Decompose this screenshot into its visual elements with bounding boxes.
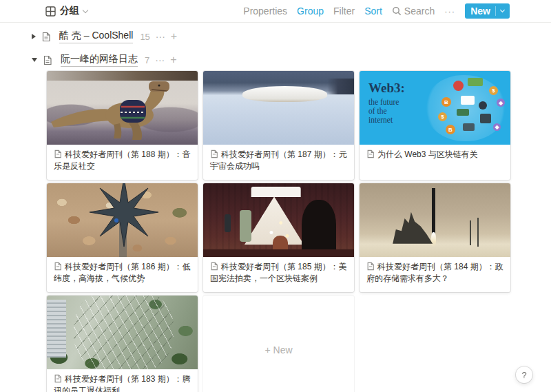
card-title-text: 科技爱好者周刊（第 183 期）：腾讯的员工退休福利 [54,374,191,392]
group-count: 15 [140,32,149,42]
globe-icon [479,101,487,110]
card-cover-image: Web3: the future of the internet $ ◆ B $… [360,71,510,145]
card-title: 科技爱好者周刊（第 186 期）：低纬度，高海拔，气候优势 [47,257,198,285]
card-title: 科技爱好者周刊（第 188 期）：音乐是反社交 [47,145,198,172]
group-header-ruanyifeng: 阮一峰的网络日志 7 ··· + [32,52,551,68]
card-title-text: 为什么 Web3 与区块链有关 [377,149,478,159]
canopy-shape [251,187,300,197]
group-title[interactable]: 阮一峰的网络日志 [61,53,138,67]
group-title[interactable]: 酷 壳 – CoolShell [59,30,133,43]
gallery-card-188[interactable]: 科技爱好者周刊（第 188 期）：音乐是反社交 [47,71,198,180]
gallery-card-web3[interactable]: Web3: the future of the internet $ ◆ B $… [360,71,510,180]
new-button-label[interactable]: New [470,6,490,17]
card-cover-image [47,183,198,257]
card-cover-image [47,71,198,145]
card-title-text: 科技爱好者周刊（第 184 期）：政府的存储需求有多大？ [366,262,503,283]
coin-icon: $ [489,86,498,95]
gallery-card-187[interactable]: 科技爱好者周刊（第 187 期）：元宇宙会成功吗 [203,71,354,180]
card-title-text: 科技爱好者周刊（第 185 期）：美国宪法拍卖，一个区块链案例 [210,262,347,283]
card-title: 科技爱好者周刊（第 185 期）：美国宪法拍卖，一个区块链案例 [203,257,354,285]
collapse-toggle-icon[interactable] [32,58,37,62]
page-icon [210,149,218,158]
new-page-card-label: + New [264,344,292,355]
coin2-icon: $ [438,112,447,121]
page-icon [54,149,62,158]
gallery-card-184[interactable]: 科技爱好者周刊（第 184 期）：政府的存储需求有多大？ [360,183,510,292]
rocket-exhaust [431,232,436,247]
lightning-tower [470,220,471,245]
card-title: 科技爱好者周刊（第 183 期）：腾讯的员工退休福利 [47,369,198,392]
person-sitting [273,236,288,251]
blockchain-icon [457,109,469,116]
gallery-view-icon [45,6,56,17]
new-page-card[interactable]: + New [203,296,354,392]
monitor-icon [463,123,475,131]
help-button[interactable]: ? [516,367,532,383]
sort-button[interactable]: Sort [364,6,382,17]
new-button[interactable]: New [465,3,510,19]
toolbar-actions: Properties Group Filter Sort Search ··· … [243,3,510,19]
group-count: 7 [145,55,149,65]
chevron-down-icon [83,7,88,12]
lightning-tower [477,218,479,247]
server-icon [480,114,491,123]
card-cover-image [203,183,354,257]
gallery-card-183[interactable]: 科技爱好者周刊（第 183 期）：腾讯的员工退休福利 [47,296,198,392]
new-dropdown-chevron-icon[interactable] [500,8,505,12]
group-more-button[interactable]: ··· [156,31,165,42]
plaza-floor [203,249,354,257]
gallery-card-185[interactable]: 科技爱好者周刊（第 185 期）：美国宪法拍卖，一个区块链案例 [203,183,354,292]
group-add-button[interactable]: + [170,54,176,65]
cloud-icon [461,96,475,105]
page-icon [210,262,218,271]
card-title-text: 科技爱好者周刊（第 187 期）：元宇宙会成功吗 [210,149,347,171]
view-title: 分组 [60,5,79,17]
more-options-button[interactable]: ··· [444,6,455,17]
properties-button[interactable]: Properties [243,6,287,17]
page-icon [366,262,375,271]
group-add-button[interactable]: + [171,31,177,42]
page-icon [43,55,52,65]
card-cover-image [47,296,198,369]
person-silhouette [225,214,231,232]
person-green-dress [240,210,251,242]
filter-button[interactable]: Filter [333,6,355,17]
ethereum-icon: ◆ [497,99,505,107]
card-title-text: 科技爱好者周刊（第 188 期）：音乐是反社交 [54,149,191,171]
page-icon [54,262,62,271]
rocket-shape [432,188,435,235]
web3-sub2: of the [368,107,405,116]
group-button[interactable]: Group [297,6,324,17]
bitcoin2-icon: B [446,125,455,134]
web3-sub1: the future [368,98,405,107]
view-tab-grouped[interactable]: 分组 [45,5,87,17]
group-more-button[interactable]: ··· [155,54,165,65]
page-icon [366,149,375,158]
expand-toggle-icon[interactable] [32,34,36,39]
page-icon [54,374,62,383]
bitcoin-icon: B [441,97,451,107]
gallery-card-186[interactable]: 科技爱好者周刊（第 186 期）：低纬度，高海拔，气候优势 [47,183,198,292]
person-dark-silhouette [302,200,336,255]
card-cover-image [360,183,510,257]
help-label: ? [521,370,526,380]
dinosaur-figure [47,71,198,145]
card-title: 为什么 Web3 与区块链有关 [360,145,510,161]
web3-cover-text: Web3: the future of the internet [368,81,405,125]
gallery-grid: 科技爱好者周刊（第 188 期）：音乐是反社交 科技爱好者周刊（第 187 期）… [47,71,551,392]
card-title: 科技爱好者周刊（第 184 期）：政府的存储需求有多大？ [360,257,510,285]
launch-structure [393,212,433,244]
clock-icon [453,81,464,91]
card-cover-image [203,71,354,145]
card-title-text: 科技爱好者周刊（第 186 期）：低纬度，高海拔，气候优势 [54,262,191,283]
web3-sub3: internet [368,116,405,125]
web3-heading: Web3: [368,81,405,96]
button-divider [495,6,496,16]
search-button[interactable]: Search [392,6,435,17]
view-toolbar: 分组 Properties Group Filter Sort Search ·… [0,0,551,23]
page-icon [41,32,51,42]
group-header-coolshell: 酷 壳 – CoolShell 15 ··· + [32,28,551,45]
search-icon [392,6,402,16]
ethereum2-icon: ◆ [493,123,501,131]
money-icon [468,78,483,86]
